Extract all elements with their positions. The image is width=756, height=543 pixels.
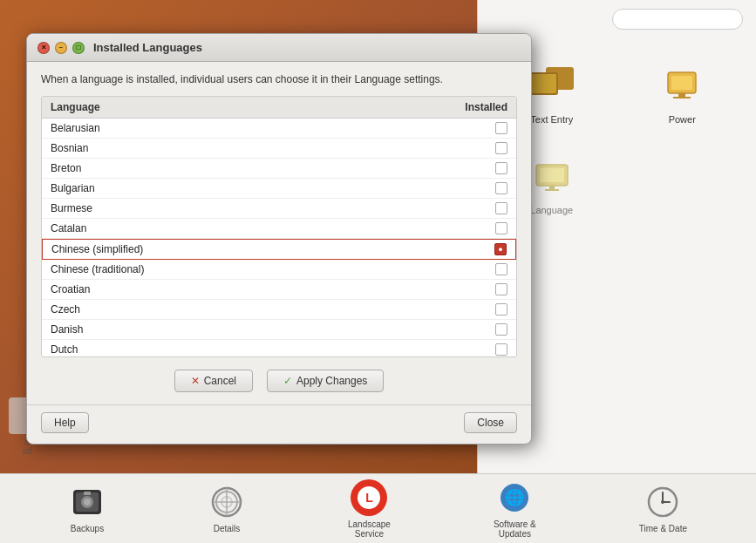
software-icon: 🌐 (496, 479, 533, 516)
close-button[interactable]: ✕ (37, 42, 50, 54)
taskbar-item-software[interactable]: 🌐 Software &Updates (485, 474, 545, 544)
language-row[interactable]: Czech (42, 300, 516, 320)
apply-icon: ✓ (283, 375, 292, 387)
col-language-header: Language (51, 101, 100, 113)
language-row[interactable]: Chinese (traditional) (42, 260, 516, 280)
backups-label: Backups (71, 524, 104, 533)
language-checkbox[interactable] (495, 343, 507, 356)
language-row[interactable]: Belarusian (42, 119, 516, 139)
col-installed-header: Installed (465, 101, 507, 113)
taskbar-item-landscape[interactable]: L LandscapeService (339, 474, 399, 544)
language-row[interactable]: Catalan (42, 219, 516, 239)
time-date-label: Time & Date (639, 524, 687, 533)
language-row[interactable]: Breton (42, 159, 516, 179)
language-row[interactable]: Danish (42, 320, 516, 340)
dialog-title: Installed Languages (93, 41, 202, 54)
svg-text:🌐: 🌐 (505, 488, 525, 507)
language-row[interactable]: Croatian (42, 280, 516, 300)
svg-point-23 (661, 500, 664, 504)
language-name: Belarusian (51, 122, 100, 134)
svg-point-11 (84, 499, 91, 506)
dialog-description: When a language is installed, individual… (27, 62, 531, 96)
taskbar-item-backups[interactable]: Backups (60, 479, 114, 539)
dialog-overlay: ✕ − □ Installed Languages When a languag… (0, 0, 756, 543)
taskbar: Backups Details L LandscapeService (0, 473, 756, 543)
landscape-label: LandscapeService (348, 519, 391, 539)
language-checkbox[interactable] (495, 263, 507, 275)
table-header: Language Installed (42, 97, 516, 119)
landscape-icon: L (351, 479, 387, 516)
dialog-body: Language Installed BelarusianBosnianBret… (27, 96, 531, 357)
apply-changes-button[interactable]: ✓ Apply Changes (267, 370, 384, 392)
details-label: Details (214, 524, 241, 533)
software-label: Software &Updates (494, 519, 536, 539)
language-checkbox[interactable] (494, 243, 507, 255)
taskbar-item-details[interactable]: Details (200, 479, 254, 539)
language-list[interactable]: BelarusianBosnianBretonBulgarianBurmeseC… (42, 119, 516, 356)
language-checkbox[interactable] (495, 142, 507, 154)
language-name: Danish (51, 323, 83, 336)
dialog-titlebar: ✕ − □ Installed Languages (27, 34, 531, 62)
minimize-button[interactable]: − (55, 42, 67, 54)
language-checkbox[interactable] (495, 202, 507, 214)
apply-label: Apply Changes (296, 375, 367, 387)
language-name: Chinese (traditional) (51, 263, 144, 275)
taskbar-item-time-date[interactable]: Time & Date (630, 479, 696, 539)
language-name: Breton (51, 162, 81, 174)
language-row[interactable]: Dutch (42, 340, 516, 356)
language-checkbox[interactable] (495, 122, 507, 134)
language-checkbox[interactable] (495, 283, 507, 295)
installed-languages-dialog: ✕ − □ Installed Languages When a languag… (26, 33, 532, 445)
language-name: Czech (51, 303, 80, 316)
language-table: Language Installed BelarusianBosnianBret… (41, 96, 517, 357)
language-row[interactable]: Burmese (42, 199, 516, 219)
language-checkbox[interactable] (495, 162, 507, 174)
dialog-footer: Help Close (27, 404, 531, 444)
language-row[interactable]: Chinese (simplified) (42, 239, 516, 260)
cancel-label: Cancel (204, 375, 236, 387)
help-button[interactable]: Help (41, 412, 89, 433)
language-name: Chinese (simplified) (51, 243, 143, 255)
language-name: Dutch (51, 343, 78, 356)
language-name: Catalan (51, 222, 86, 234)
dialog-actions: ✕ Cancel ✓ Apply Changes (27, 357, 531, 404)
language-checkbox[interactable] (495, 182, 507, 194)
language-name: Croatian (51, 283, 90, 295)
language-row[interactable]: Bulgarian (42, 179, 516, 199)
language-row[interactable]: Bosnian (42, 139, 516, 159)
language-name: Bosnian (51, 142, 88, 154)
svg-rect-12 (84, 492, 91, 495)
maximize-button[interactable]: □ (72, 42, 85, 54)
language-name: Bulgarian (51, 182, 95, 194)
backups-icon (69, 484, 106, 520)
time-date-icon (644, 484, 681, 520)
details-icon (208, 484, 245, 520)
language-checkbox[interactable] (495, 222, 507, 234)
close-footer-button[interactable]: Close (464, 412, 517, 433)
cancel-button[interactable]: ✕ Cancel (174, 370, 253, 392)
language-name: Burmese (51, 202, 92, 214)
language-checkbox[interactable] (495, 303, 507, 316)
cancel-icon: ✕ (191, 375, 200, 387)
language-checkbox[interactable] (495, 323, 507, 336)
